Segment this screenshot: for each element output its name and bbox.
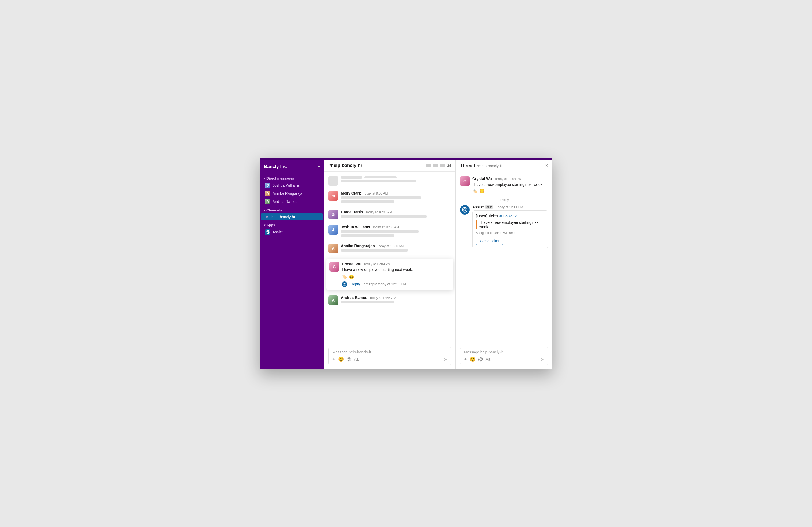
- thread-input-box[interactable]: Message help-bancly-it + 😊 @ Aa ➤: [460, 347, 548, 365]
- thread-messages: C Crystal Wu Today at 12:09 PM I have a …: [456, 172, 552, 347]
- thread-crystal-content: Crystal Wu Today at 12:09 PM I have a ne…: [472, 176, 548, 194]
- joshua-line-1: [341, 230, 419, 233]
- app-body: Bancly Inc ▾ ▾ Direct messages J Joshua …: [260, 160, 552, 370]
- sidebar-item-annika[interactable]: A Annika Rangarajan: [261, 190, 323, 197]
- chat-emoji-btn[interactable]: 😊: [338, 356, 344, 362]
- assist-app-badge: APP: [485, 205, 493, 209]
- close-ticket-button[interactable]: Close ticket: [476, 237, 503, 245]
- molly-time: Today at 9:30 AM: [363, 192, 388, 195]
- thread-emoji-smile[interactable]: 😊: [479, 189, 485, 194]
- thread-crystal-time: Today at 12:09 PM: [495, 177, 521, 181]
- svg-point-7: [344, 283, 345, 285]
- annika-msg-avatar: A: [329, 244, 338, 253]
- crystal-content: Crystal Wu Today at 12:09 PM I have a ne…: [342, 262, 450, 287]
- apps-arrow: ▾: [264, 224, 265, 226]
- thread-crystal-avatar: C: [460, 176, 470, 186]
- dm-arrow: ▾: [264, 177, 265, 180]
- thread-reply-count: 1 reply: [499, 198, 509, 202]
- member-count: 34: [447, 164, 451, 168]
- ticket-link[interactable]: #HR-7482: [499, 214, 517, 218]
- annika-content: Annika Rangarajan Today at 11:50 AM: [341, 244, 451, 253]
- thread-crystal-emojis: 🏷️ 😊: [472, 189, 548, 194]
- andres-msg-avatar: A: [329, 296, 338, 305]
- thread-close-btn[interactable]: ×: [545, 163, 548, 168]
- thread-emoji-btn[interactable]: 😊: [470, 356, 476, 362]
- thread-send-btn[interactable]: ➤: [540, 357, 544, 362]
- emoji-smile[interactable]: 😊: [349, 274, 354, 279]
- message-group-grace: G Grace Harris Today at 10:03 AM: [329, 210, 451, 220]
- assist-quoted-msg: I have a new employee starting next week…: [476, 220, 545, 229]
- dm-label: Direct messages: [266, 176, 294, 180]
- message-group-skeleton-top: [329, 176, 451, 186]
- chat-input-box[interactable]: Message help-bancly-it + 😊 @ Aa ➤: [329, 347, 451, 365]
- crystal-name-msg: Crystal Wu: [342, 262, 361, 266]
- sidebar-item-assist[interactable]: Assist: [261, 228, 323, 236]
- joshua-msg-avatar: J: [329, 225, 338, 235]
- assist-ticket-header: [Open] Ticket #HR-7482: [476, 214, 545, 218]
- grace-content: Grace Harris Today at 10:03 AM: [341, 210, 451, 220]
- message-group-crystal: C Crystal Wu Today at 12:09 PM I have a …: [326, 259, 453, 290]
- thread-mention-btn[interactable]: @: [478, 357, 483, 362]
- molly-name: Molly Clark: [341, 191, 361, 195]
- joshua-name: Joshua Williams: [273, 183, 300, 187]
- andres-content: Andres Ramos Today at 12:45 AM: [341, 296, 451, 305]
- sidebar-item-joshua[interactable]: J Joshua Williams: [261, 181, 323, 190]
- emoji-tag[interactable]: 🏷️: [342, 274, 347, 279]
- crystal-time: Today at 12:09 PM: [364, 262, 390, 266]
- skeleton-avatar-1: [329, 176, 338, 186]
- thread-title: Thread: [460, 163, 475, 168]
- molly-content: Molly Clark Today at 9:30 AM: [341, 191, 451, 205]
- joshua-time: Today at 10:05 AM: [373, 225, 399, 229]
- svg-point-6: [343, 283, 346, 285]
- annika-time: Today at 11:50 AM: [377, 244, 404, 248]
- workspace-chevron: ▾: [318, 165, 320, 168]
- apps-label: Apps: [266, 223, 275, 227]
- crystal-text: I have a new employee starting next week…: [342, 267, 450, 273]
- workspace-header[interactable]: Bancly Inc ▾: [260, 164, 324, 174]
- grace-avatar: G: [329, 210, 338, 220]
- chat-format-btn[interactable]: Aa: [354, 357, 359, 361]
- crystal-header: Crystal Wu Today at 12:09 PM: [342, 262, 450, 266]
- thread-emoji-tag[interactable]: 🏷️: [472, 189, 478, 194]
- thread-crystal-name: Crystal Wu: [472, 177, 492, 181]
- channels-header[interactable]: ▾ Channels: [260, 206, 324, 213]
- annika-name-msg: Annika Rangarajan: [341, 244, 375, 248]
- assist-name: Assist: [273, 230, 282, 234]
- message-group-joshua: J Joshua Williams Today at 10:05 AM: [329, 225, 451, 238]
- apps-header[interactable]: ▾ Apps: [260, 220, 324, 228]
- thread-assist-avatar: [460, 205, 470, 215]
- sidebar-item-andres[interactable]: A Andres Ramos: [261, 197, 323, 206]
- thread-add-btn[interactable]: +: [464, 357, 467, 362]
- assist-assigned: Assigned to: Janet Williams: [476, 231, 545, 235]
- assist-quoted-text: I have a new employee starting next week…: [479, 220, 545, 229]
- thread-input-actions: + 😊 @ Aa ➤: [464, 356, 544, 362]
- chat-add-btn[interactable]: +: [332, 357, 335, 362]
- thread-assist-msg: Assist APP Today at 12:11 PM [Open] Tick…: [460, 205, 548, 249]
- thread-crystal-msg: C Crystal Wu Today at 12:09 PM I have a …: [460, 176, 548, 194]
- assist-msg-box: [Open] Ticket #HR-7482 I have a new empl…: [472, 210, 548, 249]
- assist-msg-time: Today at 12:11 PM: [496, 205, 523, 209]
- skeleton-line: [364, 176, 396, 178]
- molly-header: Molly Clark Today at 9:30 AM: [341, 191, 451, 195]
- joshua-content: Joshua Williams Today at 10:05 AM: [341, 225, 451, 238]
- chat-input-placeholder: Message help-bancly-it: [332, 350, 447, 354]
- chat-mention-btn[interactable]: @: [347, 357, 351, 362]
- assist-reply-icon: [342, 282, 347, 287]
- header-icons: 34: [426, 164, 451, 168]
- channels-arrow: ▾: [264, 209, 265, 212]
- chat-input-actions: + 😊 @ Aa ➤: [332, 356, 447, 362]
- andres-avatar: A: [265, 199, 271, 204]
- joshua-name-msg: Joshua Williams: [341, 225, 370, 229]
- joshua-header: Joshua Williams Today at 10:05 AM: [341, 225, 451, 229]
- thread-panel: Thread #help-bancly-it × C Crystal Wu To…: [456, 160, 552, 370]
- thread-format-btn[interactable]: Aa: [486, 357, 490, 361]
- direct-messages-header[interactable]: ▾ Direct messages: [260, 174, 324, 181]
- chat-send-btn[interactable]: ➤: [444, 357, 447, 362]
- assist-author-name: Assist: [472, 205, 483, 209]
- grace-header: Grace Harris Today at 10:03 AM: [341, 210, 451, 214]
- annika-line-1: [341, 249, 408, 252]
- thread-crystal-text: I have a new employee starting next week…: [472, 182, 548, 187]
- thread-header: Thread #help-bancly-it ×: [456, 160, 552, 172]
- sidebar-item-help-bancly-hr[interactable]: # help-bancly-hr: [261, 213, 323, 220]
- reply-bar[interactable]: 1 reply Last reply today at 12:11 PM: [342, 282, 450, 287]
